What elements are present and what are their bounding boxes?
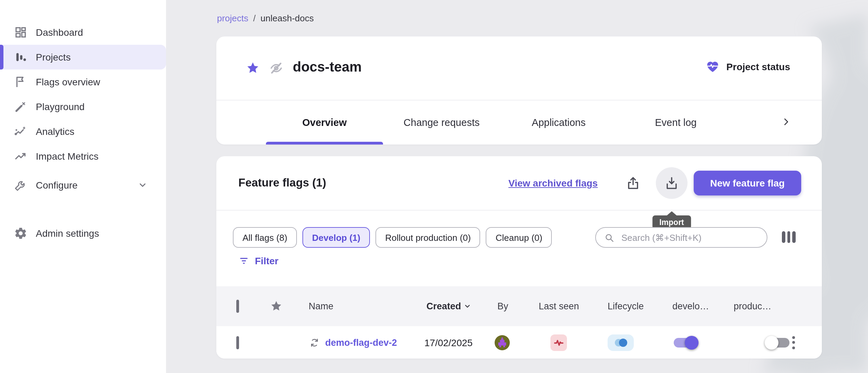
sidebar-item-label: Playground: [36, 101, 85, 112]
tab-applications[interactable]: Applications: [500, 100, 617, 145]
dashboard-icon: [14, 25, 28, 39]
sort-caret-icon: [464, 302, 472, 310]
tab-label: Event log: [655, 117, 697, 128]
columns-icon[interactable]: [782, 231, 795, 243]
table-row: demo-flag-dev-2 17/02/2025: [216, 326, 822, 359]
column-header-lifecycle[interactable]: Lifecycle: [608, 301, 644, 311]
star-column-icon[interactable]: [270, 300, 282, 312]
import-button[interactable]: [656, 167, 688, 199]
lifecycle-pre-live-icon: [613, 337, 628, 348]
pulse-icon: [553, 337, 564, 348]
nav-spacer: [0, 169, 166, 173]
chip-develop[interactable]: Develop (1): [302, 227, 370, 248]
project-title-row: docs-team Project status: [216, 36, 822, 100]
project-header-card: docs-team Project status Overview Change…: [216, 36, 822, 145]
trending-up-icon: [14, 149, 28, 163]
created-date: 17/02/2025: [424, 337, 473, 348]
chevron-down-icon: [138, 180, 147, 190]
sidebar-item-flags-overview[interactable]: Flags overview: [0, 70, 166, 94]
wrench-icon: [14, 178, 28, 192]
sidebar-item-label: Admin settings: [36, 228, 99, 239]
tab-label: Applications: [532, 117, 586, 128]
table-header: Name Created By Last seen Lifecycle deve…: [216, 286, 822, 326]
column-header-production[interactable]: produc…: [734, 301, 772, 311]
chip-all-flags[interactable]: All flags (8): [233, 227, 297, 248]
tab-event-log[interactable]: Event log: [617, 100, 734, 145]
breadcrumb-separator: /: [253, 13, 256, 23]
sidebar-item-configure[interactable]: Configure: [0, 173, 166, 198]
active-tab-indicator: [266, 142, 383, 145]
eye-off-icon: [269, 61, 284, 76]
app-root: Dashboard Projects Flags overview Play: [0, 0, 868, 373]
chip-cleanup[interactable]: Cleanup (0): [486, 227, 552, 248]
select-all-checkbox[interactable]: [236, 301, 239, 311]
filter-label: Filter: [255, 255, 278, 266]
analytics-icon: [14, 125, 28, 138]
breadcrumb-link-projects[interactable]: projects: [217, 13, 248, 23]
production-toggle[interactable]: [765, 334, 791, 351]
search-input[interactable]: [620, 232, 754, 243]
active-indicator: [0, 45, 3, 70]
develop-toggle[interactable]: [672, 334, 699, 351]
sidebar-item-label: Analytics: [36, 126, 74, 137]
row-checkbox[interactable]: [236, 337, 239, 348]
row-actions-menu[interactable]: [791, 334, 796, 350]
projects-icon: [14, 50, 28, 64]
project-status-label: Project status: [726, 61, 790, 72]
sidebar-item-label: Configure: [36, 180, 78, 191]
filter-button[interactable]: Filter: [239, 255, 278, 266]
breadcrumb-current: unleash-docs: [260, 13, 314, 23]
filter-icon: [239, 256, 249, 266]
chip-rollout-production[interactable]: Rollout production (0): [375, 227, 480, 248]
chevron-right-icon[interactable]: [781, 117, 791, 127]
column-header-label: Created: [426, 301, 461, 311]
column-header-last-seen[interactable]: Last seen: [539, 301, 579, 311]
feature-flags-card: Feature flags (1) View archived flags Ne…: [216, 156, 822, 359]
column-header-by[interactable]: By: [497, 301, 508, 311]
project-title: docs-team: [293, 59, 362, 75]
filter-chips-row: All flags (8) Develop (1) Rollout produc…: [233, 227, 805, 248]
breadcrumb: projects / unleash-docs: [217, 13, 314, 23]
tab-overview[interactable]: Overview: [266, 100, 383, 145]
export-icon[interactable]: [626, 175, 641, 191]
new-feature-flag-button[interactable]: New feature flag: [694, 171, 801, 195]
sidebar-item-label: Projects: [36, 52, 71, 63]
column-header-develop[interactable]: develo…: [672, 301, 709, 311]
flag-icon: [14, 75, 28, 89]
divider: [216, 210, 822, 211]
tab-bar: Overview Change requests Applications Ev…: [266, 100, 734, 145]
tab-change-requests[interactable]: Change requests: [383, 100, 500, 145]
wand-icon: [14, 100, 28, 114]
column-header-created[interactable]: Created: [426, 301, 472, 311]
flag-name-link[interactable]: demo-flag-dev-2: [325, 337, 397, 348]
feature-flags-title: Feature flags (1): [238, 176, 326, 189]
lifecycle-badge[interactable]: [608, 334, 634, 351]
heart-pulse-icon: [706, 59, 720, 74]
search-box[interactable]: [595, 227, 767, 248]
sidebar-item-label: Impact Metrics: [36, 151, 99, 162]
project-status-button[interactable]: Project status: [706, 59, 790, 74]
robot-identicon: [496, 336, 508, 349]
view-archived-flags-link[interactable]: View archived flags: [508, 178, 598, 189]
main-content: projects / unleash-docs docs-team Projec…: [166, 0, 868, 373]
search-icon: [604, 232, 614, 243]
tab-label: Change requests: [404, 117, 480, 128]
sidebar-item-playground[interactable]: Playground: [0, 94, 166, 119]
import-icon: [664, 175, 679, 191]
gear-icon: [14, 226, 28, 240]
sidebar-item-analytics[interactable]: Analytics: [0, 119, 166, 144]
sidebar: Dashboard Projects Flags overview Play: [0, 0, 166, 373]
sync-icon: [309, 337, 320, 348]
tab-label: Overview: [302, 117, 347, 128]
avatar[interactable]: [495, 335, 510, 350]
sidebar-item-label: Flags overview: [36, 76, 100, 87]
sidebar-item-dashboard[interactable]: Dashboard: [0, 20, 166, 45]
sidebar-item-impact-metrics[interactable]: Impact Metrics: [0, 144, 166, 169]
sidebar-item-label: Dashboard: [36, 27, 83, 38]
favorite-star-icon[interactable]: [246, 61, 260, 75]
column-header-name[interactable]: Name: [309, 301, 333, 311]
sidebar-item-admin-settings[interactable]: Admin settings: [0, 221, 166, 246]
last-seen-badge[interactable]: [550, 334, 567, 351]
sidebar-item-projects[interactable]: Projects: [0, 45, 166, 70]
